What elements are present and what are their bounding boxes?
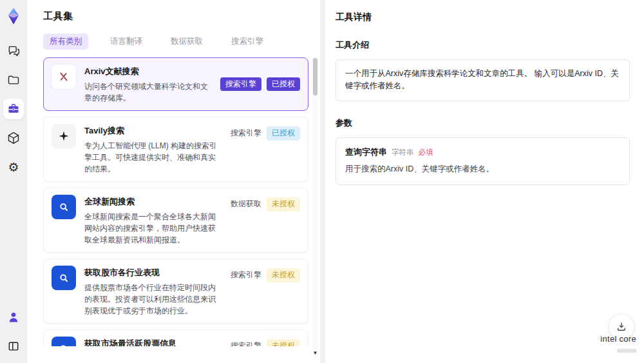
intro-box: 一个用于从Arxiv存储库搜索科学论文和文章的工具。 输入可以是Arxiv ID… [336, 59, 630, 101]
param-item: 查询字符串 字符串 必填 用于搜索的Arxiv ID、关键字或作者姓名。 [336, 137, 630, 185]
sidebar-item-tools[interactable] [3, 99, 24, 119]
blue-search-icon [52, 337, 76, 346]
sidebar-item-account[interactable] [3, 307, 24, 328]
tool-description: 提供股票市场各个行业在特定时间段内的表现。投资者可以利用这些信息来识别表现优于或… [84, 282, 222, 317]
param-header: 查询字符串 字符串 必填 [345, 146, 620, 158]
tab-search-engine[interactable]: 搜索引擎 [225, 34, 270, 50]
intel-core-logo-text: intel core [600, 334, 636, 344]
param-required-badge: 必填 [419, 148, 433, 157]
tool-description: 全球新闻搜索是一个聚合全球各大新闻网站内容的搜索引擎，帮助用户快速获取全球最新资… [84, 211, 222, 246]
tool-card-body: Tavily搜索 专为人工智能代理 (LLM) 构建的搜索引擎工具。可快速提供实… [84, 124, 222, 175]
auth-badge: 已授权 [267, 126, 300, 141]
tool-description: 访问各个研究领域大量科学论文和文章的存储库。 [84, 81, 212, 104]
list-scrollbar[interactable]: ▼ [312, 57, 318, 358]
app-logo-gem-icon [5, 7, 23, 25]
category-tabs: 所有类别 语言翻译 数据获取 搜索引擎 [43, 34, 320, 50]
blue-search-icon [52, 266, 76, 290]
tool-detail-panel: 工具详情 工具介绍 一个用于从Arxiv存储库搜索科学论文和文章的工具。 输入可… [325, 0, 644, 363]
tab-all-categories[interactable]: 所有类别 [43, 34, 88, 50]
auth-badge: 未授权 [267, 339, 300, 346]
tool-card-body: 获取股市各行业表现 提供股票市场各个行业在特定时间段内的表现。投资者可以利用这些… [84, 266, 222, 317]
tool-badges: 搜索引擎 已授权 [220, 77, 300, 92]
tool-card-tavily[interactable]: Tavily搜索 专为人工智能代理 (LLM) 构建的搜索引擎工具。可快速提供实… [43, 117, 308, 182]
auth-badge: 未授权 [267, 197, 300, 211]
left-sidebar: ⚙ [0, 0, 27, 363]
intro-heading: 工具介绍 [336, 39, 630, 51]
auth-badge: 未授权 [267, 268, 300, 282]
folder-icon [7, 74, 20, 86]
panel-divider [320, 0, 325, 363]
category-badge: 搜索引擎 [231, 268, 261, 282]
blue-search-icon [52, 195, 76, 219]
tool-card-sector-performance[interactable]: 获取股市各行业表现 提供股票市场各个行业在特定时间段内的表现。投资者可以利用这些… [43, 259, 308, 324]
sidebar-item-files[interactable] [3, 70, 24, 90]
intel-core-logo-subtext [617, 349, 636, 353]
tool-description: 专为人工智能代理 (LLM) 构建的搜索引擎工具。可快速提供实时、准确和真实的结… [84, 140, 222, 175]
tool-card-list: Arxiv文献搜索 访问各个研究领域大量科学论文和文章的存储库。 搜索引擎 已授… [43, 57, 308, 346]
tool-card-body: 全球新闻搜索 全球新闻搜索是一个聚合全球各大新闻网站内容的搜索引擎，帮助用户快速… [84, 195, 222, 246]
page-title: 工具集 [43, 10, 320, 23]
tool-card-global-news[interactable]: 全球新闻搜索 全球新闻搜索是一个聚合全球各大新闻网站内容的搜索引擎，帮助用户快速… [43, 188, 308, 253]
category-badge: 数据获取 [231, 197, 261, 211]
tool-badges: 搜索引擎 未授权 [231, 337, 300, 346]
detail-title: 工具详情 [336, 12, 630, 23]
tool-title: 全球新闻搜索 [84, 196, 222, 208]
tool-title: 获取市场最活跃股票信息 [84, 338, 222, 346]
tool-title: Tavily搜索 [84, 125, 222, 137]
download-icon [616, 321, 627, 333]
tool-badges: 搜索引擎 已授权 [231, 124, 300, 175]
chat-icon [7, 44, 20, 57]
panel-toggle-icon [7, 340, 20, 353]
tab-data-fetch[interactable]: 数据获取 [164, 34, 209, 50]
tool-card-body: 获取市场最活跃股票信息 提供当天交易量最高的股票列表，投资者可以利用这些信息来识… [84, 337, 222, 346]
category-badge: 搜索引擎 [231, 339, 261, 346]
sidebar-item-chat[interactable] [3, 41, 24, 61]
scrollbar-thumb[interactable] [313, 58, 317, 95]
tool-title: 获取股市各行业表现 [84, 267, 222, 279]
scrollbar-down-arrow-icon[interactable]: ▼ [312, 351, 318, 356]
cube-icon [7, 132, 20, 144]
tool-card-body: Arxiv文献搜索 访问各个研究领域大量科学论文和文章的存储库。 [84, 64, 212, 104]
param-type: 字符串 [392, 148, 414, 157]
settings-icon: ⚙ [8, 161, 19, 173]
category-badge: 搜索引擎 [220, 77, 261, 92]
params-heading: 参数 [336, 117, 630, 129]
toolbox-icon [7, 103, 20, 115]
tool-badges: 数据获取 未授权 [231, 195, 300, 246]
user-icon [7, 311, 20, 324]
auth-badge: 已授权 [267, 77, 300, 92]
sidebar-item-collapse[interactable] [3, 336, 24, 357]
sidebar-item-settings[interactable]: ⚙ [3, 157, 24, 177]
intel-core-logo: intel core [600, 334, 636, 355]
tool-card-most-active-stocks[interactable]: 获取市场最活跃股票信息 提供当天交易量最高的股票列表，投资者可以利用这些信息来识… [43, 329, 308, 346]
sidebar-item-models[interactable] [3, 128, 24, 148]
tool-badges: 搜索引擎 未授权 [231, 266, 300, 317]
tab-translation[interactable]: 语言翻译 [104, 34, 149, 50]
param-description: 用于搜索的Arxiv ID、关键字或作者姓名。 [345, 164, 620, 175]
category-badge: 搜索引擎 [231, 126, 261, 141]
arxiv-logo-icon [52, 64, 76, 89]
tool-card-arxiv[interactable]: Arxiv文献搜索 访问各个研究领域大量科学论文和文章的存储库。 搜索引擎 已授… [43, 57, 308, 111]
app-window: ⚙ 工具集 所有类别 语言翻译 数据获取 搜索引擎 [0, 0, 644, 363]
star-icon [52, 124, 76, 148]
param-name: 查询字符串 [345, 146, 387, 158]
tool-list-panel: 工具集 所有类别 语言翻译 数据获取 搜索引擎 Arxiv文献搜索 访问各个研究… [27, 0, 320, 363]
tool-title: Arxiv文献搜索 [84, 66, 212, 77]
